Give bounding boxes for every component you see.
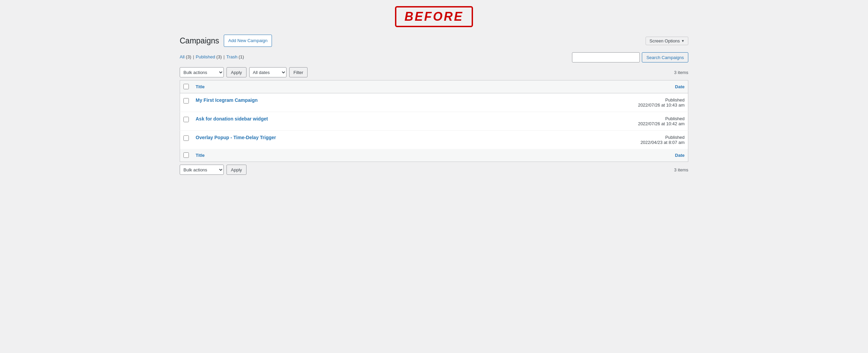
search-row: Search Campaigns bbox=[572, 52, 688, 62]
row-title-cell: My First Icegram Campaign bbox=[192, 93, 499, 112]
header-title-column: Title bbox=[192, 80, 499, 93]
campaigns-table: Title Date My First Icegram Campaign Pub… bbox=[180, 80, 688, 162]
filter-links: All (3) | Published (3) | Trash (1) bbox=[180, 54, 244, 59]
filter-all-link[interactable]: All bbox=[180, 54, 184, 59]
bulk-actions-bottom-select[interactable]: Bulk actions bbox=[180, 165, 224, 175]
row-checkbox-cell bbox=[180, 131, 193, 149]
row-checkbox[interactable] bbox=[183, 98, 189, 104]
table-body: My First Icegram Campaign Published 2022… bbox=[180, 93, 688, 149]
sep2: | bbox=[223, 54, 224, 59]
row-title-link[interactable]: Ask for donation sidebar widget bbox=[196, 116, 268, 122]
page-title: Campaigns bbox=[180, 36, 219, 45]
bulk-actions-top-select[interactable]: Bulk actions bbox=[180, 67, 224, 77]
top-toolbar: Bulk actions Apply All dates Filter 3 it… bbox=[180, 67, 688, 77]
all-dates-select[interactable]: All dates bbox=[249, 67, 287, 77]
search-campaigns-button[interactable]: Search Campaigns bbox=[642, 52, 688, 62]
published-count: (3) bbox=[216, 54, 222, 59]
row-checkbox[interactable] bbox=[183, 135, 189, 141]
row-title-cell: Overlay Popup - Time-Delay Trigger bbox=[192, 131, 499, 149]
header-checkbox-column bbox=[180, 80, 193, 93]
row-date-status: Published bbox=[503, 135, 685, 140]
row-date-value: 2022/04/23 at 8:07 am bbox=[503, 140, 685, 145]
table-row: My First Icegram Campaign Published 2022… bbox=[180, 93, 688, 112]
footer-date-column: Date bbox=[499, 149, 688, 162]
filter-published-link[interactable]: Published bbox=[196, 54, 215, 59]
header-date-link[interactable]: Date bbox=[675, 84, 685, 89]
table-row: Ask for donation sidebar widget Publishe… bbox=[180, 112, 688, 131]
row-title-cell: Ask for donation sidebar widget bbox=[192, 112, 499, 131]
footer-date-link[interactable]: Date bbox=[675, 153, 685, 158]
row-date-value: 2022/07/26 at 10:43 am bbox=[503, 103, 685, 108]
sep1: | bbox=[193, 54, 194, 59]
search-input[interactable] bbox=[572, 52, 640, 62]
footer-checkbox-column bbox=[180, 149, 193, 162]
screen-options-label: Screen Options bbox=[649, 38, 680, 43]
row-checkbox-cell bbox=[180, 112, 193, 131]
table-row: Overlay Popup - Time-Delay Trigger Publi… bbox=[180, 131, 688, 149]
row-title-link[interactable]: My First Icegram Campaign bbox=[196, 97, 258, 103]
before-text: BEFORE bbox=[405, 10, 463, 23]
header-title-link[interactable]: Title bbox=[196, 84, 205, 89]
chevron-down-icon: ▼ bbox=[681, 39, 685, 43]
add-new-campaign-button[interactable]: Add New Campaign bbox=[224, 35, 272, 47]
apply-bottom-button[interactable]: Apply bbox=[226, 165, 246, 175]
items-count-top: 3 items bbox=[674, 70, 688, 75]
header-date-column: Date bbox=[499, 80, 688, 93]
before-banner: BEFORE bbox=[0, 0, 868, 32]
filter-button[interactable]: Filter bbox=[289, 67, 308, 77]
bottom-toolbar: Bulk actions Apply 3 items bbox=[180, 165, 688, 175]
filter-published[interactable]: Published (3) bbox=[196, 54, 222, 59]
row-title-link[interactable]: Overlay Popup - Time-Delay Trigger bbox=[196, 135, 276, 140]
select-all-footer-checkbox[interactable] bbox=[183, 152, 189, 158]
all-count: (3) bbox=[186, 54, 191, 59]
filter-all[interactable]: All (3) bbox=[180, 54, 191, 59]
apply-top-button[interactable]: Apply bbox=[226, 67, 246, 77]
row-checkbox[interactable] bbox=[183, 117, 189, 122]
table-header-row: Title Date bbox=[180, 80, 688, 93]
footer-title-column: Title bbox=[192, 149, 499, 162]
footer-title-link[interactable]: Title bbox=[196, 153, 205, 158]
before-stamp: BEFORE bbox=[395, 6, 473, 27]
page-header-left: Campaigns Add New Campaign bbox=[180, 35, 272, 47]
filter-trash[interactable]: Trash (1) bbox=[226, 54, 244, 59]
row-date-cell: Published 2022/04/23 at 8:07 am bbox=[499, 131, 688, 149]
row-date-cell: Published 2022/07/26 at 10:42 am bbox=[499, 112, 688, 131]
screen-options-button[interactable]: Screen Options ▼ bbox=[646, 37, 688, 45]
table-footer-row: Title Date bbox=[180, 149, 688, 162]
filter-trash-link[interactable]: Trash bbox=[226, 54, 237, 59]
trash-count: (1) bbox=[239, 54, 244, 59]
row-date-status: Published bbox=[503, 116, 685, 121]
items-count-bottom: 3 items bbox=[674, 167, 688, 172]
page-header: Campaigns Add New Campaign Screen Option… bbox=[180, 35, 688, 47]
row-date-value: 2022/07/26 at 10:42 am bbox=[503, 121, 685, 126]
row-checkbox-cell bbox=[180, 93, 193, 112]
row-date-status: Published bbox=[503, 97, 685, 103]
row-date-cell: Published 2022/07/26 at 10:43 am bbox=[499, 93, 688, 112]
select-all-checkbox[interactable] bbox=[183, 84, 189, 89]
